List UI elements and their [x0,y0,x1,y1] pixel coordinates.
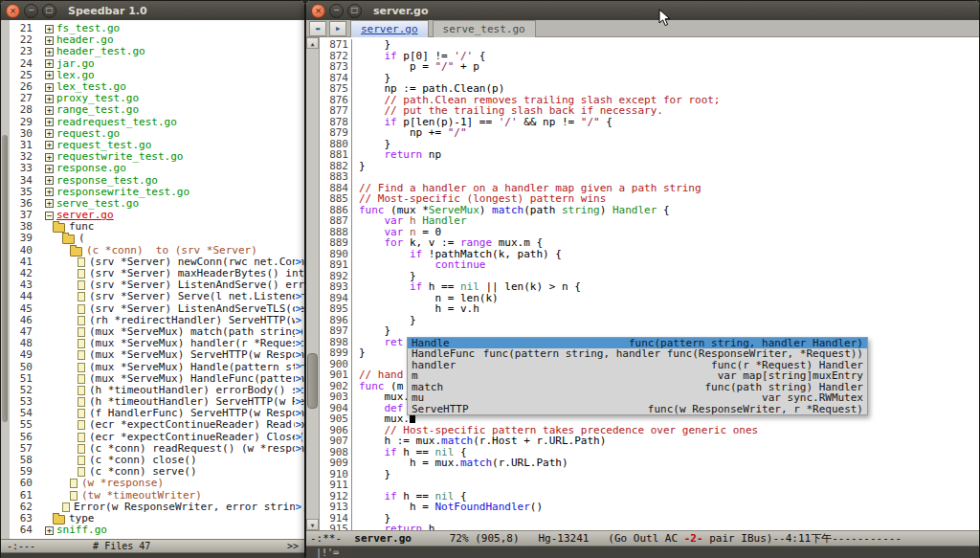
speedbar-item-label[interactable]: server.go [56,210,114,221]
tag-icon[interactable] [78,316,85,325]
speedbar-item-label[interactable]: (c *conn) to (srv *Server) [86,245,257,257]
expand-box-icon[interactable]: + [45,118,54,126]
code-line[interactable]: 895 h = v.h [320,303,979,315]
scroll-down-icon[interactable]: ▼ [306,519,319,530]
tag-icon[interactable] [70,479,78,488]
speedbar-item-label[interactable]: (mux *ServeMux) match(path string) Ha [89,326,304,338]
speedbar-row[interactable]: 25+lex.go [10,70,304,81]
code-line[interactable]: 909 h = mux.match(r.URL.Path) [320,458,979,469]
editor-titlebar[interactable]: × − □ server.go [306,1,979,20]
tab-serve-test-go[interactable]: serve_test.go [433,20,536,37]
speedbar-item-label[interactable]: range_test.go [56,104,139,116]
speedbar-item-label[interactable]: (ecr *expectContinueReader) Close() e [89,432,304,443]
completion-item[interactable]: mvar map[string]muxEntry [408,370,867,382]
speedbar-item-label[interactable]: (srv *Server) newConn(rwc net.Conn) (c [89,257,304,268]
speedbar-item-label[interactable]: type [69,513,95,525]
code-line[interactable]: 910 } [320,469,979,480]
tag-icon[interactable] [78,339,85,348]
speedbar-row[interactable]: 50(mux *ServeMux) Handle(pattern string> [10,361,304,372]
scrollbar-thumb[interactable] [307,353,318,409]
speedbar-item-label[interactable]: serve_test.go [56,198,139,210]
tag-icon[interactable] [78,420,85,430]
speedbar-row[interactable]: 53(h *timeoutHandler) ServeHTTP(w Respo> [10,396,304,408]
speedbar-item-label[interactable]: request_test.go [56,140,151,151]
collapse-box-icon[interactable]: − [45,212,54,220]
speedbar-item-label[interactable]: (srv *Server) ListenAndServe() error [89,279,304,291]
speedbar-item-label[interactable]: Error(w ResponseWriter, error string, c [74,502,304,513]
speedbar-item-label[interactable]: lex.go [56,70,95,81]
expand-box-icon[interactable]: + [45,199,54,208]
folder-icon[interactable] [53,223,65,233]
tab-server-go[interactable]: server.go [350,20,429,37]
speedbar-row[interactable]: 42(srv *Server) maxHeaderBytes() int [10,268,304,279]
tag-icon[interactable] [78,363,85,372]
expand-box-icon[interactable]: + [45,71,54,79]
speedbar-item-label[interactable]: lex_test.go [56,81,126,93]
scroll-up-icon[interactable]: ▲ [306,37,319,49]
tag-icon[interactable] [62,502,70,512]
tag-icon[interactable] [78,467,85,477]
tag-icon[interactable] [78,374,85,384]
speedbar-row[interactable]: 64+sniff.go [10,525,304,536]
speedbar-item-label[interactable]: request.go [56,128,120,140]
tag-icon[interactable] [78,269,85,279]
code-line[interactable]: 896 } [320,315,979,326]
speedbar-item-label[interactable]: (h *timeoutHandler) errorBody() strin [89,385,304,396]
speedbar-item-label[interactable]: ( [78,233,85,244]
minimize-button[interactable]: − [329,4,344,18]
editor-modeline[interactable]: -:**- server.go 72% (905,8) Hg-13241 (Go… [306,530,979,547]
speedbar-item-label[interactable]: jar.go [56,58,95,70]
speedbar-row[interactable]: 37−server.go [10,210,304,221]
speedbar-item-label[interactable]: (c *conn) serve() [89,466,197,478]
expand-box-icon[interactable]: + [45,165,54,173]
speedbar-item-label[interactable]: sniff.go [56,525,107,536]
completion-item[interactable]: muvar sync.RWMutex [408,392,867,404]
speedbar-item-label[interactable]: (mux *ServeMux) HandleFunc(pattern st [89,373,304,385]
expand-box-icon[interactable]: + [45,59,54,68]
tag-icon[interactable] [78,257,85,267]
speedbar-row[interactable]: 48(mux *ServeMux) handler(r *Request) H> [10,338,304,349]
modeline-arrows[interactable]: >> [287,539,299,553]
tag-icon[interactable] [70,491,78,501]
speedbar-row[interactable]: 63type [10,513,304,525]
speedbar-item-label[interactable]: (srv *Server) Serve(l net.Listener) e [89,291,304,302]
speedbar-row[interactable]: 31+request_test.go [10,140,304,151]
completion-item[interactable]: ServeHTTPfunc(w ResponseWriter, r *Reque… [408,404,867,415]
folder-icon[interactable] [53,515,65,525]
code-line[interactable]: 879 np += "/" [320,127,979,139]
editor-scrollbar[interactable]: ▲ ▼ [306,37,320,530]
tag-icon[interactable] [78,350,85,360]
speedbar-item-label[interactable]: (mux *ServeMux) Handle(pattern string [89,362,304,373]
speedbar-item-label[interactable]: (rh *redirectHandler) ServeHTTP(w Res [89,315,304,326]
speedbar-row[interactable]: 26+lex_test.go [10,81,304,93]
code-line[interactable]: 915 return h [320,524,979,530]
speedbar-item-label[interactable]: fs_test.go [56,23,120,34]
expand-box-icon[interactable]: + [45,176,54,185]
speedbar-row[interactable]: 34+response_test.go [10,174,304,186]
speedbar-item-label[interactable]: (c *conn) readRequest() (w *response, [89,443,304,455]
speedbar-row[interactable]: 46(rh *redirectHandler) ServeHTTP(w Res> [10,315,304,326]
speedbar-item-label[interactable]: requestwrite_test.go [56,151,183,163]
speedbar-row[interactable]: 41(srv *Server) newConn(rwc net.Conn) (c… [10,257,304,268]
scrollbar-thumb[interactable] [2,135,8,422]
expand-box-icon[interactable]: + [45,526,54,535]
speedbar-row[interactable]: 60(w *response) [10,478,304,489]
speedbar-item-label[interactable]: (mux *ServeMux) handler(r *Request) H [89,338,304,349]
speedbar-item-label[interactable]: (w *response) [81,478,164,489]
tag-icon[interactable] [78,292,85,301]
speedbar-row[interactable]: 21+fs_test.go [10,23,304,34]
tabbar-home-button[interactable]: ▬ [309,21,326,36]
speedbar-row[interactable]: 36+serve_test.go [10,198,304,210]
folder-icon[interactable] [62,234,75,244]
speedbar-row[interactable]: 27+proxy_test.go [10,93,304,104]
speedbar-row[interactable]: 47(mux *ServeMux) match(path string) Ha> [10,326,304,338]
expand-box-icon[interactable]: + [45,95,54,103]
expand-box-icon[interactable]: + [45,188,54,196]
code-line[interactable]: 873 p = "/" + p [320,61,979,73]
speedbar-item-label[interactable]: header_test.go [56,46,145,57]
speedbar-row[interactable]: 59(c *conn) serve() [10,466,304,478]
completion-item[interactable]: HandleFuncfunc(pattern string, handler f… [408,348,867,360]
speedbar-row[interactable]: 58(c *conn) close() [10,455,304,466]
speedbar-row[interactable]: 55(ecr *expectContinueReader) Read(p []> [10,419,304,431]
speedbar-row[interactable]: 45(srv *Server) ListenAndServeTLS(certF> [10,303,304,315]
